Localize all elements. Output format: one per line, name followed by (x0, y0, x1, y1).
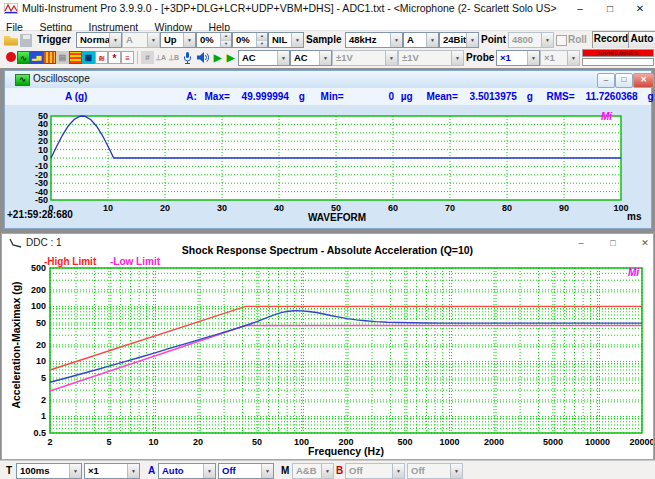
trigger-hpf-select[interactable]: NIL▼ (268, 32, 304, 48)
chevron-down-icon: ▼ (261, 464, 273, 478)
multimeter-icon[interactable] (43, 51, 56, 64)
sweep-multiplier-select[interactable]: ×1▼ (84, 463, 140, 479)
auto-button[interactable]: Auto (628, 31, 655, 49)
channel-label: A (g) (65, 88, 87, 105)
x-axis-title: WAVEFORM (237, 212, 437, 223)
record-length-select: 4800▼ (508, 32, 554, 48)
record-button[interactable]: Record (592, 31, 630, 49)
app-title: Multi-Instrument Pro 3.9.9.0 - [+3DP+DLG… (22, 2, 557, 14)
svg-text:90: 90 (559, 203, 569, 213)
probe-a-select[interactable]: ×1▼ (496, 50, 540, 66)
speaker-icon[interactable] (196, 51, 209, 64)
x-axis-unit: ms (627, 211, 641, 222)
svg-text:10000: 10000 (585, 437, 610, 447)
record-indicator-icon[interactable] (4, 51, 17, 64)
trigger-mode-select[interactable]: Normal▼ (76, 32, 122, 48)
x-axis-title: Frequency (Hz) (246, 445, 446, 457)
sweep-time-label: T (6, 465, 12, 476)
trigger-level-spinner[interactable]: 0% ▲▼ (196, 32, 232, 48)
restore-button[interactable]: □ (615, 73, 633, 88)
data-logger-icon: ▤ (56, 51, 69, 64)
waveform-chart: 50403020100-10-20-30-40-5001020304050607… (5, 105, 651, 228)
report-icon[interactable]: ≡ (121, 51, 134, 64)
close-button[interactable]: ✕ (633, 73, 654, 88)
save-file-icon (20, 34, 32, 47)
chevron-down-icon: ▼ (426, 33, 438, 47)
mi-watermark: Mi (601, 111, 612, 122)
coupling-b-select[interactable]: AC▼ (290, 50, 332, 66)
mdi-workspace: ∿ Oscilloscope – □ ✕ A (g) A: Max= 49.99… (0, 68, 655, 460)
trigger-delay-spinner[interactable]: 0% ▲▼ (232, 32, 268, 48)
svg-text:0.5: 0.5 (33, 428, 46, 438)
channel-b-option-select: Off▼ (407, 463, 463, 479)
sampling-channel-select[interactable]: A▼ (403, 32, 439, 48)
channel-a-option-select[interactable]: Off▼ (218, 463, 274, 479)
minimize-button[interactable]: – (597, 73, 615, 88)
rms-value: 11.7260368 (585, 88, 637, 105)
chevron-down-icon: ▼ (527, 51, 539, 65)
channel-a-label: A (148, 465, 155, 476)
chevron-down-icon: ▼ (385, 51, 397, 65)
chevron-down-icon: ▼ (203, 464, 215, 478)
timestamp: +21:59:28:680 (7, 209, 73, 220)
chevron-down-icon: ▼ (466, 33, 478, 47)
svg-text:10: 10 (36, 356, 46, 366)
run-auto-icon[interactable]: ▶ (224, 51, 237, 64)
channel-b-label: B (336, 465, 343, 476)
svg-text:500: 500 (31, 263, 46, 273)
chevron-down-icon: ▼ (567, 51, 579, 65)
level-meter-b (582, 58, 654, 66)
counter-icon: # (141, 51, 154, 64)
svg-text:2000: 2000 (484, 437, 504, 447)
svg-text:20000: 20000 (629, 437, 653, 447)
app-icon (4, 3, 18, 14)
microphone-icon[interactable] (181, 51, 194, 64)
probe-b-select: ×1▼ (540, 50, 580, 66)
srs-chart: 2510205010020050010002000500010000200005… (2, 263, 653, 459)
ddp-viewer-icon[interactable]: * (108, 51, 121, 64)
svg-text:100: 100 (31, 301, 46, 311)
spin-down-icon: ▼ (257, 40, 267, 48)
maximize-button[interactable]: □ (596, 0, 624, 17)
mi-watermark: Mi (628, 267, 639, 278)
svg-text:2: 2 (41, 395, 46, 405)
svg-text:20: 20 (193, 437, 203, 447)
sample-label: Sample (306, 34, 342, 45)
chevron-down-icon: ▼ (392, 464, 404, 478)
sweep-time-select[interactable]: 100ms▼ (16, 463, 82, 479)
derived-data-curve-icon[interactable]: ≋ (95, 51, 108, 64)
roll-label: Roll (568, 34, 587, 45)
oscilloscope-readout: A (g) A: Max= 49.999994 g Min= 0 µg Mean… (5, 88, 651, 105)
open-file-icon[interactable] (4, 34, 18, 47)
svg-text:-50: -50 (35, 195, 48, 205)
calibration-a-icon: ⊥A (154, 51, 167, 64)
spectrum-analyzer-icon[interactable]: ▂▅ (30, 51, 43, 64)
chevron-down-icon: ▼ (183, 33, 195, 47)
max-value: 49.999994 (242, 88, 289, 105)
sampling-bits-select[interactable]: 24Bit▼ (439, 32, 479, 48)
minimize-button[interactable]: – (566, 0, 594, 17)
svg-text:5000: 5000 (543, 437, 563, 447)
chevron-down-icon: ▼ (127, 464, 139, 478)
oscilloscope-window-title: Oscilloscope (33, 73, 90, 84)
coupling-a-select[interactable]: AC▼ (238, 50, 290, 66)
trigger-edge-select[interactable]: Up▼ (160, 32, 196, 48)
trigger-source-select: A▼ (122, 32, 160, 48)
oscilloscope-icon[interactable]: ∿ (17, 51, 30, 64)
device-test-plan-icon[interactable]: ▦ (82, 51, 95, 64)
spectrogram-icon[interactable] (69, 51, 82, 64)
oscilloscope-titlebar[interactable]: ∿ Oscilloscope – □ ✕ (5, 71, 651, 88)
chevron-down-icon: ▼ (319, 51, 331, 65)
run-icon[interactable]: ▶ (211, 51, 224, 64)
application-window: Multi-Instrument Pro 3.9.9.0 - [+3DP+DLG… (0, 0, 655, 479)
min-value: 0 (388, 88, 394, 105)
chevron-down-icon: ▼ (321, 464, 333, 478)
svg-text:50: 50 (36, 318, 46, 328)
svg-text:2: 2 (47, 437, 52, 447)
close-button[interactable]: ✕ (626, 0, 654, 17)
channel-a-range-select[interactable]: Auto▼ (158, 463, 216, 479)
svg-text:70: 70 (445, 203, 455, 213)
menu-bar: File Setting Instrument Window Help (0, 17, 655, 31)
sampling-rate-select[interactable]: 48kHz▼ (345, 32, 403, 48)
chevron-down-icon: ▼ (541, 33, 553, 47)
